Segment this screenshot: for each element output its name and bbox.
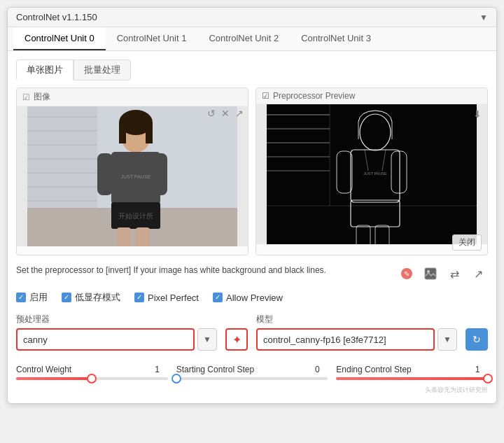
info-text: Set the preprocessor to [invert] If your… [16,264,397,277]
starting-step-label: Starting Control Step [176,365,254,374]
starting-step-value: 0 [307,365,328,374]
svg-rect-16 [97,153,113,195]
source-image-svg: JUST PAUSE 开始设计所 [17,106,248,246]
svg-rect-13 [119,122,126,143]
refresh-icon: ↻ [472,334,481,345]
ending-step-slider-group: Ending Control Step 1 [336,365,488,381]
control-weight-label: Control Weight [16,365,71,374]
main-tabs: ControlNet Unit 0 ControlNet Unit 1 Cont… [8,27,496,51]
sub-tab-single[interactable]: 单张图片 [16,59,74,80]
checkbox-pixel-perfect-box [134,293,144,302]
tab-unit1[interactable]: ControlNet Unit 1 [106,27,198,50]
preview-close-btn[interactable]: 关闭 [452,234,482,251]
watermark-area: 头条@无为设计研究所 [16,386,488,395]
control-weight-value: 1 [147,365,168,374]
checkbox-enable[interactable]: 启用 [16,291,48,304]
source-image-display[interactable]: JUST PAUSE 开始设计所 [17,106,248,246]
expand-action-icon[interactable]: ↗ [468,264,488,283]
ending-step-track[interactable] [336,377,488,380]
close-icon[interactable]: ✕ [221,108,230,119]
model-selector-row: ▼ [256,328,457,351]
images-row: ☑ 图像 ↺ ✕ ↗ [16,87,488,255]
reset-icon[interactable]: ↺ [207,108,216,119]
svg-rect-17 [152,153,167,195]
preprocessor-input[interactable] [16,328,195,351]
checkbox-allow-preview-label: Allow Preview [226,293,283,303]
starting-step-track[interactable] [176,377,328,380]
expand-icon: ↗ [474,267,483,281]
control-weight-fill [16,377,92,380]
control-weight-track[interactable] [16,377,168,380]
collapse-icon[interactable]: ▼ [479,13,488,22]
title-bar: ControlNet v1.1.150 ▼ [8,8,496,27]
model-refresh-btn[interactable]: ↻ [465,328,488,351]
checkbox-pixel-perfect-label: Pixel Perfect [148,293,199,303]
starting-step-slider-group: Starting Control Step 0 [176,365,337,381]
preview-panel-header: ☑ Preprocessor Preview [256,88,487,104]
ending-step-header: Ending Control Step 1 [336,365,488,374]
checkbox-lowvram[interactable]: 低显存模式 [62,291,120,304]
sliders-section: Control Weight 1 Starting Control Step 0 [16,362,488,381]
download-icon[interactable]: ⬇ [473,108,482,120]
sub-tabs: 单张图片 批量处理 [16,59,488,80]
selectors-row: 预处理器 ▼ ✦ 模型 ▼ ↻ [16,314,488,351]
checkbox-allow-preview-box [213,293,223,302]
svg-rect-47 [425,268,436,279]
checkbox-allow-preview[interactable]: Allow Preview [213,293,283,303]
ending-step-label: Ending Control Step [336,365,411,374]
preprocessor-group: 预处理器 ▼ [16,314,217,351]
svg-rect-14 [146,122,153,143]
preview-image-display: JUST PAUSE [256,104,487,244]
sub-tab-batch[interactable]: 批量处理 [74,59,131,80]
model-dropdown-btn[interactable]: ▼ [438,328,457,351]
svg-text:JUST PAUSE: JUST PAUSE [363,171,387,176]
preview-panel-label: Preprocessor Preview [273,91,355,101]
ending-step-thumb[interactable] [483,374,493,384]
source-panel-controls: ↺ ✕ ↗ [207,108,244,119]
sliders-row: Control Weight 1 Starting Control Step 0 [16,365,488,381]
svg-text:✎: ✎ [404,270,410,278]
starting-step-thumb[interactable] [172,374,181,384]
preview-image-svg: JUST PAUSE [256,104,487,244]
svg-rect-21 [136,227,150,246]
watermark-text: 头条@无为设计研究所 [425,386,488,395]
controlnet-panel: ControlNet v1.1.150 ▼ ControlNet Unit 0 … [7,7,497,404]
source-panel-label: 图像 [34,91,50,103]
checkbox-enable-label: 启用 [29,291,48,304]
model-input[interactable] [256,328,435,351]
preview-image-panel: ☑ Preprocessor Preview ⬇ [255,87,488,255]
checkbox-enable-box [16,293,26,302]
content-area: 单张图片 批量处理 ☑ 图像 ↺ ✕ ↗ [8,51,496,403]
download-btn[interactable]: ⬇ [473,108,482,120]
tab-unit3[interactable]: ControlNet Unit 3 [290,27,382,50]
model-label: 模型 [256,314,457,325]
svg-rect-20 [117,227,131,246]
control-weight-slider-group: Control Weight 1 [16,365,176,381]
source-check-icon: ☑ [22,92,30,102]
svg-text:开始设计所: 开始设计所 [118,212,153,220]
model-group: 模型 ▼ [256,314,457,351]
brush-action-icon[interactable]: ✎ [397,264,416,283]
swap-icon: ⇄ [450,267,459,281]
starting-step-header: Starting Control Step 0 [176,365,328,374]
fire-preprocessor-btn[interactable]: ✦ [225,328,248,351]
preprocessor-dropdown-btn[interactable]: ▼ [197,328,217,351]
checkbox-pixel-perfect[interactable]: Pixel Perfect [134,293,199,303]
action-icons: ✎ ⇄ ↗ [397,264,488,283]
ending-step-fill [336,377,488,380]
image-action-icon[interactable] [421,264,440,283]
ending-step-value: 1 [467,365,488,374]
expand-icon[interactable]: ↗ [235,108,244,119]
preview-check-icon: ☑ [262,91,270,101]
svg-rect-3 [27,106,97,208]
tab-unit0[interactable]: ControlNet Unit 0 [13,27,106,50]
checkbox-lowvram-label: 低显存模式 [75,291,120,304]
image-icon [424,267,438,281]
brush-icon: ✎ [400,267,414,281]
preprocessor-selector-row: ▼ [16,328,217,351]
swap-action-icon[interactable]: ⇄ [444,264,464,283]
control-weight-thumb[interactable] [87,374,97,384]
tab-unit2[interactable]: ControlNet Unit 2 [197,27,290,50]
fire-icon: ✦ [232,333,241,346]
checkbox-lowvram-box [62,293,71,302]
